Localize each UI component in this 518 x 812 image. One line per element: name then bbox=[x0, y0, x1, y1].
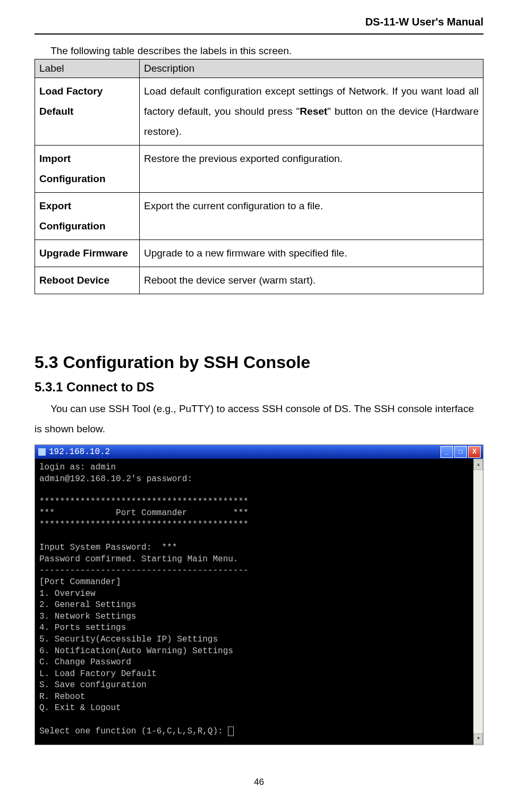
row-label: Load Factory Default bbox=[35, 78, 140, 146]
row-description: Load default configuration except settin… bbox=[140, 78, 483, 146]
window-title: 192.168.10.2 bbox=[49, 447, 110, 457]
maximize-button[interactable]: □ bbox=[454, 446, 467, 458]
section-body: You can use SSH Tool (e.g., PuTTY) to ac… bbox=[35, 399, 483, 439]
table-intro-text: The following table describes the labels… bbox=[50, 45, 483, 57]
labels-table: Label Description Load Factory Default L… bbox=[35, 59, 483, 294]
row-description: Export the current configuration to a fi… bbox=[140, 193, 483, 240]
ssh-window: 192.168.10.2 _ □ X login as: admin admin… bbox=[35, 445, 483, 745]
table-row: Import Configuration Restore the previou… bbox=[35, 146, 483, 193]
row-label: Export Configuration bbox=[35, 193, 140, 240]
row-label: Upgrade Firmware bbox=[35, 240, 140, 267]
subsection-heading: 5.3.1 Connect to DS bbox=[35, 380, 483, 395]
desc-bold: Reset bbox=[300, 106, 327, 117]
table-head-label: Label bbox=[35, 59, 140, 78]
putty-icon bbox=[38, 448, 46, 456]
table-row: Upgrade Firmware Upgrade to a new firmwa… bbox=[35, 240, 483, 267]
row-description: Restore the previous exported configurat… bbox=[140, 146, 483, 193]
window-titlebar[interactable]: 192.168.10.2 _ □ X bbox=[35, 445, 483, 459]
terminal-text: login as: admin admin@192.168.10.2's pas… bbox=[39, 463, 249, 736]
row-description: Reboot the device server (warm start). bbox=[140, 267, 483, 294]
table-row: Load Factory Default Load default config… bbox=[35, 78, 483, 146]
row-label: Reboot Device bbox=[35, 267, 140, 294]
table-row: Export Configuration Export the current … bbox=[35, 193, 483, 240]
row-label: Import Configuration bbox=[35, 146, 140, 193]
terminal-output[interactable]: login as: admin admin@192.168.10.2's pas… bbox=[35, 459, 473, 745]
minimize-button[interactable]: _ bbox=[440, 446, 453, 458]
close-button[interactable]: X bbox=[468, 446, 481, 458]
scroll-down-icon[interactable]: ▾ bbox=[473, 733, 483, 744]
page-number: 46 bbox=[35, 777, 483, 788]
row-description: Upgrade to a new firmware with specified… bbox=[140, 240, 483, 267]
page-header: DS-11-W User's Manual bbox=[35, 16, 483, 35]
table-head-description: Description bbox=[140, 59, 483, 78]
section-heading: 5.3 Configuration by SSH Console bbox=[35, 353, 483, 372]
scroll-up-icon[interactable]: ▴ bbox=[473, 459, 483, 470]
table-row: Reboot Device Reboot the device server (… bbox=[35, 267, 483, 294]
cursor-icon bbox=[228, 726, 234, 736]
scrollbar[interactable]: ▴ ▾ bbox=[473, 459, 483, 745]
